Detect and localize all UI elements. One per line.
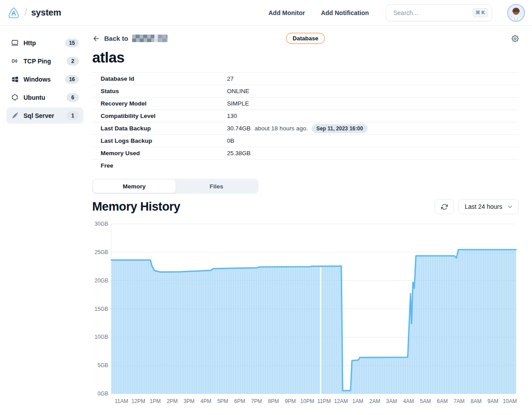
detail-value-text: 27 [227,75,234,82]
tabs: MemoryFiles [92,179,258,194]
detail-value: 27 [227,75,234,82]
settings-gear-icon[interactable] [325,35,519,42]
section-header-row: Memory History Last 24 hours [92,199,519,214]
detail-label: Memory Used [92,150,227,157]
detail-row: Database Id27 [92,72,519,85]
sidebar-item-label: Ubuntu [23,94,45,101]
sidebar-item-label: Windows [23,76,51,83]
detail-label: Free [92,162,227,169]
vertical-gridline [320,267,321,394]
x-axis-tick-label: 7PM [251,398,262,404]
y-axis-tick-label: 5GB [98,362,108,368]
refresh-button[interactable] [434,199,454,214]
detail-note: about 18 hours ago. [254,125,308,132]
y-axis-tick-label: 15GB [94,306,108,312]
add-monitor-link[interactable]: Add Monitor [268,9,305,16]
ubuntu-icon [11,93,19,102]
time-range-select[interactable]: Last 24 hours [458,199,519,214]
detail-label: Last Logs Backup [92,137,227,144]
detail-value-text: SIMPLE [227,100,249,107]
sidebar-item-label: Sql Server [23,112,54,119]
x-axis-tick-label: 10PM [300,398,314,404]
detail-label: Compatibility Level [92,113,227,119]
search-box[interactable]: ⌘ K [386,4,492,21]
sidebar-item-label: TCP Ping [23,58,51,65]
x-axis-tick-label: 5AM [420,398,431,404]
user-avatar[interactable] [507,4,525,22]
brand: / system [7,6,61,20]
detail-value: ONLINE [227,88,249,94]
detail-label: Status [92,88,227,94]
detail-row: StatusONLINE [92,85,519,97]
sidebar-item-tcp-ping[interactable]: TCP Ping2 [6,53,83,69]
detail-value: 30.74GBabout 18 hours ago.Sep 11, 2023 1… [227,124,368,133]
monitor-count-badge: 15 [65,39,79,47]
refresh-icon [441,204,448,210]
x-axis-tick-label: 4PM [200,398,211,404]
y-axis-tick-label: 25GB [94,249,108,255]
x-axis-tick-label: 4AM [403,398,414,404]
detail-value: SIMPLE [227,100,249,107]
monitor-count-badge: 6 [66,93,79,102]
x-axis-tick-label: 8PM [268,398,279,404]
x-axis-tick-label: 12PM [131,398,145,404]
monitor-count-badge: 16 [65,75,79,84]
category-badge: Database [286,33,325,44]
chevron-down-icon [507,204,513,210]
page-layout: Http15TCP Ping2Windows16Ubuntu6Sql Serve… [0,26,532,410]
x-axis-tick-label: 2PM [167,398,178,404]
page-title: atlas [92,49,519,66]
x-axis-tick-label: 9AM [488,398,499,404]
breadcrumb-separator: / [24,7,27,18]
sidebar-item-sql-server[interactable]: Sql Server1 [6,107,83,124]
sidebar-item-windows[interactable]: Windows16 [6,71,83,87]
app-logo-icon[interactable] [7,6,20,20]
main-content: Back to Database atlas Database Id27Stat… [89,26,532,410]
timestamp-badge: Sep 11, 2023 16:00 [312,124,367,133]
sql-server-icon [11,111,19,120]
detail-value-text: 0B [227,137,235,144]
x-axis-tick-label: 11AM [115,398,128,404]
x-axis-tick-label: 2AM [369,398,380,404]
tab-memory[interactable]: Memory [93,180,176,193]
sidebar-item-label: Http [23,39,36,47]
search-shortcut-badge: ⌘ K [473,8,488,17]
monitor-count-badge: 1 [66,111,79,120]
monitor-count-badge: 2 [66,57,79,66]
workspace-title: system [31,8,61,18]
sidebar-item-http[interactable]: Http15 [6,35,83,51]
back-arrow-icon [92,35,100,43]
x-axis-tick-label: 6PM [234,398,245,404]
x-axis-tick-label: 3PM [184,398,195,404]
x-axis-tick-label: 11PM [317,398,331,404]
windows-icon [11,75,19,83]
detail-row: Last Logs Backup0B [92,134,519,147]
search-input[interactable] [392,9,473,17]
tab-files[interactable]: Files [176,180,258,193]
x-axis-tick-label: 7AM [454,398,465,404]
section-title: Memory History [92,200,430,214]
add-notification-link[interactable]: Add Notification [321,9,369,16]
detail-value: 130 [227,113,237,119]
back-label: Back to [104,35,128,42]
detail-value: 25.38GB [227,150,250,157]
y-axis-tick-label: 30GB [94,221,108,227]
redacted-monitor-name [132,35,168,42]
x-axis-tick-label: 6AM [437,398,448,404]
detail-value-text: 130 [227,113,237,119]
sidebar-item-ubuntu[interactable]: Ubuntu6 [6,89,83,106]
details-table: Database Id27StatusONLINERecovery ModelS… [92,72,519,172]
memory-history-chart: 0GB5GB10GB15GB20GB25GB30GB11AM12PM1PM2PM… [92,220,519,410]
time-range-value: Last 24 hours [465,203,502,210]
detail-label: Recovery Model [92,100,227,107]
back-link[interactable]: Back to [92,35,286,43]
detail-row: Recovery ModelSIMPLE [92,97,519,110]
detail-value-text: ONLINE [227,88,249,94]
top-nav: Add Monitor Add Notification [268,9,369,16]
x-axis-tick-label: 1PM [150,398,161,404]
sidebar: Http15TCP Ping2Windows16Ubuntu6Sql Serve… [0,26,89,410]
x-axis-tick-label: 5PM [217,398,228,404]
detail-row: Free [92,159,519,172]
x-axis-tick-label: 8AM [470,398,481,404]
detail-label: Database Id [92,75,227,82]
